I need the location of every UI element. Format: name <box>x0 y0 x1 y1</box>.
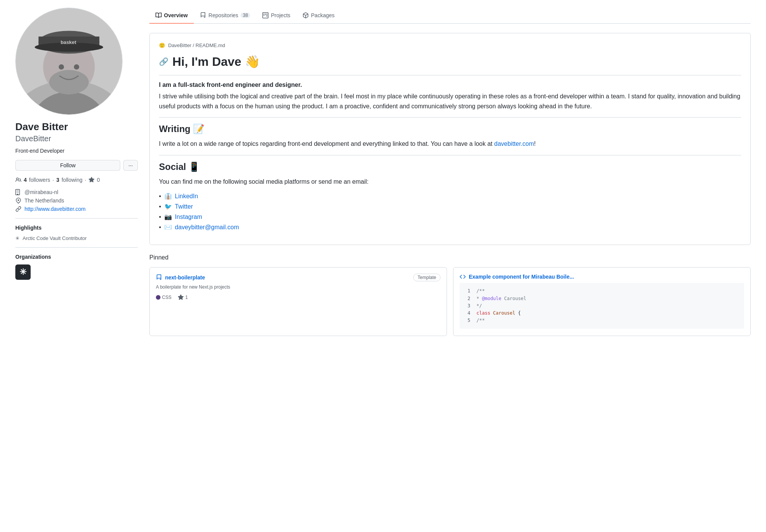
pinned-grid: next-boilerplate Template A boilerplate … <box>149 267 751 336</box>
link-icon <box>15 206 21 212</box>
arctic-icon: ✳ <box>15 235 20 241</box>
pinned-card-1-name-text: next-boilerplate <box>165 274 205 281</box>
pinned-card-1-lang: CSS <box>156 295 172 300</box>
code-line-3: 3 */ <box>464 302 740 310</box>
svg-point-11 <box>59 64 64 70</box>
pinned-title: Pinned <box>149 254 751 261</box>
readme-social-list: 👔 LinkedIn 🐦 Twitter 📷 Instagram ✉️ dave… <box>159 193 741 231</box>
pinned-card-example-component: Example component for Mirabeau Boile... … <box>453 267 751 336</box>
instagram-link[interactable]: Instagram <box>175 214 202 220</box>
pinned-code-icon-2 <box>460 274 466 280</box>
social-item-instagram: 📷 Instagram <box>159 213 741 220</box>
meta-location: The Netherlands <box>15 197 138 204</box>
website-link[interactable]: http://www.davebitter.com <box>25 206 86 212</box>
email-emoji: ✉️ <box>164 224 172 231</box>
readme-breadcrumb: 🙂 DaveBitter / README.md <box>159 42 741 48</box>
code-line-1: 1 /** <box>464 287 740 295</box>
user-fullname: Dave Bitter <box>15 121 138 133</box>
twitter-link[interactable]: Twitter <box>175 203 193 210</box>
organizations-title: Organizations <box>15 254 138 260</box>
readme-divider-2 <box>159 117 741 117</box>
linkedin-link[interactable]: LinkedIn <box>175 193 198 200</box>
pinned-repo-icon-1 <box>156 274 162 281</box>
star-icon <box>88 177 95 183</box>
pinned-card-1-name[interactable]: next-boilerplate <box>156 274 205 281</box>
email-link[interactable]: daveybitter@gmail.com <box>175 224 239 231</box>
highlight-text: Arctic Code Vault Contributor <box>23 235 87 241</box>
org-logo-mirabeau[interactable]: ✳ <box>15 264 31 280</box>
pinned-card-1-footer: CSS 1 <box>156 294 440 300</box>
readme-writing-suffix: ! <box>534 140 535 147</box>
pinned-card-2-header: Example component for Mirabeau Boile... <box>460 274 744 280</box>
followers-label: followers <box>29 177 50 183</box>
building-icon <box>15 189 21 195</box>
stars-count: 0 <box>97 177 100 183</box>
readme-writing-title-text: Writing 📝 <box>159 124 205 134</box>
followers-count[interactable]: 4 <box>24 177 27 183</box>
tab-packages[interactable]: Packages <box>296 8 340 24</box>
projects-icon <box>262 12 268 18</box>
social-item-email: ✉️ daveybitter@gmail.com <box>159 224 741 231</box>
readme-writing-para: I write a lot on a wide range of topics … <box>159 139 741 149</box>
follow-row: Follow ··· <box>15 160 138 171</box>
readme-writing-link[interactable]: davebitter.com <box>494 140 534 147</box>
readme-breadcrumb-text: DaveBitter / README.md <box>168 42 225 48</box>
highlight-item: ✳ Arctic Code Vault Contributor <box>15 235 138 241</box>
location-icon <box>15 197 21 204</box>
pinned-card-2-name-text: Example component for Mirabeau Boile... <box>469 274 574 280</box>
code-line-4: 4 class Carousel { <box>464 310 740 317</box>
readme-writing-prefix: I write a lot on a wide range of topics … <box>159 140 494 147</box>
readme-divider-1 <box>159 75 741 75</box>
location-text: The Netherlands <box>25 197 64 204</box>
readme-social-intro: You can find me on the following social … <box>159 177 741 187</box>
social-item-twitter: 🐦 Twitter <box>159 203 741 210</box>
pinned-card-2-name[interactable]: Example component for Mirabeau Boile... <box>460 274 574 280</box>
pinned-card-1-stars: 1 <box>178 294 188 300</box>
social-item-linkedin: 👔 LinkedIn <box>159 193 741 200</box>
readme-social-title-text: Social 📱 <box>159 162 200 172</box>
nav-tabs: Overview Repositories 38 Projects Packa <box>149 8 751 24</box>
people-icon <box>15 177 21 183</box>
tab-repositories-count: 38 <box>241 13 250 18</box>
tab-overview-label: Overview <box>164 12 188 18</box>
more-button[interactable]: ··· <box>123 160 138 171</box>
tab-projects[interactable]: Projects <box>256 8 296 24</box>
instagram-emoji: 📷 <box>164 213 172 220</box>
following-label: following <box>62 177 82 183</box>
svg-point-7 <box>49 70 88 95</box>
tab-repositories[interactable]: Repositories 38 <box>194 8 256 24</box>
pinned-card-1-desc: A boilerplate for new Next.js projects <box>156 284 440 290</box>
avatar: basket <box>15 8 123 115</box>
star-icon-1 <box>178 294 184 300</box>
readme-title: 🔗 Hi, I'm Dave 👋 <box>159 54 741 69</box>
packages-icon <box>303 12 309 18</box>
readme-social-title: Social 📱 <box>159 162 741 172</box>
code-line-5: 5 /** <box>464 317 740 324</box>
svg-text:basket: basket <box>61 39 77 45</box>
link-anchor-icon: 🔗 <box>159 57 169 66</box>
following-count[interactable]: 3 <box>56 177 59 183</box>
star-count-1: 1 <box>185 295 188 300</box>
readme-card: 🙂 DaveBitter / README.md 🔗 Hi, I'm Dave … <box>149 33 751 245</box>
stats-row: 4 followers · 3 following · 0 <box>15 177 138 183</box>
twitter-emoji: 🐦 <box>164 203 172 210</box>
pinned-card-next-boilerplate: next-boilerplate Template A boilerplate … <box>149 267 447 336</box>
sidebar: basket Dave Bitter DaveBitter Front-end … <box>15 8 138 336</box>
divider-orgs <box>15 247 138 248</box>
book-icon <box>155 12 162 18</box>
smiley-icon: 🙂 <box>159 42 165 48</box>
pinned-card-1-header: next-boilerplate Template <box>156 274 440 281</box>
follow-button[interactable]: Follow <box>15 160 120 171</box>
pinned-card-1-badge: Template <box>413 274 440 281</box>
tab-packages-label: Packages <box>311 12 334 18</box>
meta-company: @mirabeau-nl <box>15 189 138 195</box>
meta-website: http://www.davebitter.com <box>15 206 138 212</box>
readme-writing-title: Writing 📝 <box>159 124 741 134</box>
tab-overview[interactable]: Overview <box>149 8 194 24</box>
main-content: Overview Repositories 38 Projects Packa <box>149 8 751 336</box>
highlights-title: Highlights <box>15 225 138 231</box>
readme-intro-para: I strive while utilising both the logica… <box>159 91 741 111</box>
company-text: @mirabeau-nl <box>25 189 58 195</box>
pinned-section: Pinned next-boilerplate Template A boile… <box>149 254 751 336</box>
code-line-2: 2 * @module Carousel <box>464 295 740 302</box>
